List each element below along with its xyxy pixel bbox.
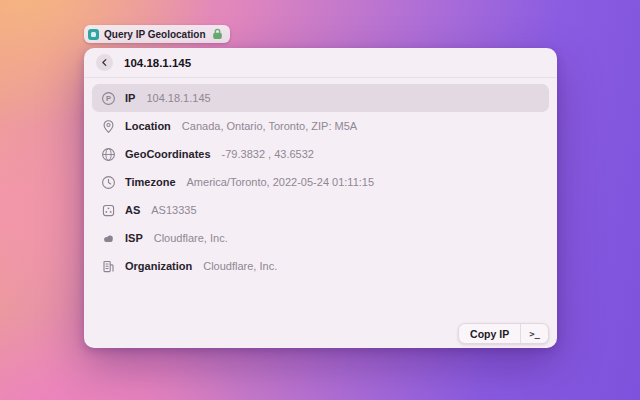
cloud-icon xyxy=(101,231,116,246)
list-item-label: Timezone xyxy=(125,176,176,188)
list-item-as[interactable]: AS AS13335 xyxy=(92,196,549,224)
back-button[interactable] xyxy=(96,54,113,71)
footer-actions: Copy IP >_ xyxy=(458,323,549,344)
list-item-value: America/Toronto, 2022-05-24 01:11:15 xyxy=(187,176,375,188)
terminal-prompt-icon: >_ xyxy=(529,329,540,339)
app-icon xyxy=(88,29,99,40)
lock-icon xyxy=(211,28,224,40)
command-pill-title: Query IP Geolocation xyxy=(104,29,206,40)
building-icon xyxy=(101,259,116,274)
result-list: P IP 104.18.1.145 Location Canada, Ontar… xyxy=(84,78,557,286)
list-item-label: ISP xyxy=(125,232,143,244)
list-item-location[interactable]: Location Canada, Ontario, Toronto, ZIP: … xyxy=(92,112,549,140)
list-item-label: GeoCoordinates xyxy=(125,148,211,160)
location-pin-icon xyxy=(101,119,116,134)
list-item-ip[interactable]: P IP 104.18.1.145 xyxy=(92,84,549,112)
globe-icon xyxy=(101,147,116,162)
search-header: 104.18.1.145 xyxy=(84,48,557,78)
svg-text:P: P xyxy=(106,94,111,103)
list-item-value: AS13335 xyxy=(151,204,196,216)
command-pill[interactable]: Query IP Geolocation xyxy=(84,25,230,43)
list-item-value: -79.3832 , 43.6532 xyxy=(222,148,314,160)
chevron-left-icon xyxy=(100,58,109,67)
ip-icon: P xyxy=(101,91,116,106)
list-item-label: IP xyxy=(125,92,135,104)
actions-menu-button[interactable]: >_ xyxy=(521,324,548,343)
list-item-label: Organization xyxy=(125,260,192,272)
query-ip-geolocation-window: 104.18.1.145 P IP 104.18.1.145 Location … xyxy=(84,48,557,348)
list-item-value: Canada, Ontario, Toronto, ZIP: M5A xyxy=(182,120,357,132)
clock-icon xyxy=(101,175,116,190)
copy-ip-button[interactable]: Copy IP xyxy=(459,324,520,343)
network-icon xyxy=(101,203,116,218)
list-item-timezone[interactable]: Timezone America/Toronto, 2022-05-24 01:… xyxy=(92,168,549,196)
list-item-geocoordinates[interactable]: GeoCoordinates -79.3832 , 43.6532 xyxy=(92,140,549,168)
search-query: 104.18.1.145 xyxy=(124,57,191,69)
list-item-label: AS xyxy=(125,204,140,216)
list-item-label: Location xyxy=(125,120,171,132)
list-item-value: Cloudflare, Inc. xyxy=(154,232,228,244)
list-item-isp[interactable]: ISP Cloudflare, Inc. xyxy=(92,224,549,252)
list-item-value: 104.18.1.145 xyxy=(146,92,210,104)
list-item-organization[interactable]: Organization Cloudflare, Inc. xyxy=(92,252,549,280)
list-item-value: Cloudflare, Inc. xyxy=(203,260,277,272)
